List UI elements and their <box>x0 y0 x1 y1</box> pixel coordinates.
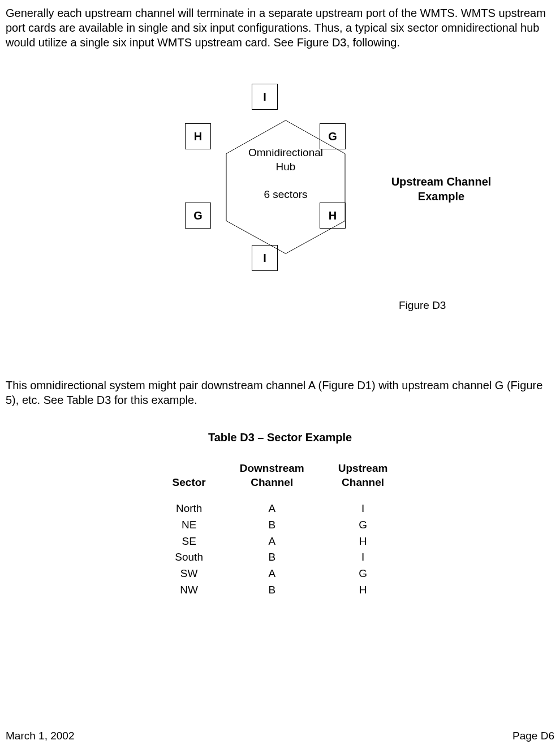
table-row: SouthBI <box>156 549 405 566</box>
table-cell-upstream: G <box>321 517 405 533</box>
table-row: SWAG <box>156 566 405 582</box>
intro-paragraph: Generally each upstream channel will ter… <box>6 6 554 50</box>
hub-label-2: Hub <box>276 161 296 173</box>
table-cell-upstream: G <box>321 566 405 582</box>
table-cell-sector: NE <box>156 517 223 533</box>
sector-box-top: I <box>252 84 278 110</box>
table-cell-upstream: I <box>321 549 405 566</box>
table-header-sector: Sector <box>156 462 223 501</box>
table-row: NorthAI <box>156 501 405 517</box>
table-cell-downstream: A <box>223 566 321 582</box>
sector-box-bottom-left: G <box>185 203 211 229</box>
sector-table: Sector DownstreamChannel UpstreamChannel… <box>156 462 405 599</box>
table-row: NEBG <box>156 517 405 533</box>
middle-paragraph: This omnidirectional system might pair d… <box>6 378 554 407</box>
diagram-title: Upstream Channel Example <box>373 174 509 204</box>
table-cell-downstream: B <box>223 517 321 533</box>
figure-caption: Figure D3 <box>399 299 446 313</box>
table-cell-sector: SE <box>156 533 223 550</box>
table-title: Table D3 – Sector Example <box>6 430 554 445</box>
table-row: SEAH <box>156 533 405 550</box>
hub-label-1: Omnidirectional <box>248 147 323 158</box>
table-header-downstream: DownstreamChannel <box>223 462 321 501</box>
table-cell-sector: SW <box>156 566 223 582</box>
table-cell-downstream: A <box>223 501 321 517</box>
sector-box-bottom-right: H <box>320 203 346 229</box>
hub-label-3: 6 sectors <box>264 188 307 200</box>
table-cell-upstream: I <box>321 501 405 517</box>
table-cell-upstream: H <box>321 533 405 550</box>
table-header-upstream: UpstreamChannel <box>321 462 405 501</box>
table-row: NWBH <box>156 582 405 599</box>
sector-box-top-right: G <box>320 123 346 149</box>
table-cell-upstream: H <box>321 582 405 599</box>
table-cell-downstream: A <box>223 533 321 550</box>
sector-box-top-left: H <box>185 123 211 149</box>
figure-d3-diagram: Omnidirectional Hub 6 sectors I G H I G … <box>6 89 554 327</box>
table-cell-downstream: B <box>223 549 321 566</box>
sector-box-bottom: I <box>252 245 278 271</box>
table-cell-downstream: B <box>223 582 321 599</box>
table-cell-sector: South <box>156 549 223 566</box>
table-cell-sector: North <box>156 501 223 517</box>
table-cell-sector: NW <box>156 582 223 599</box>
